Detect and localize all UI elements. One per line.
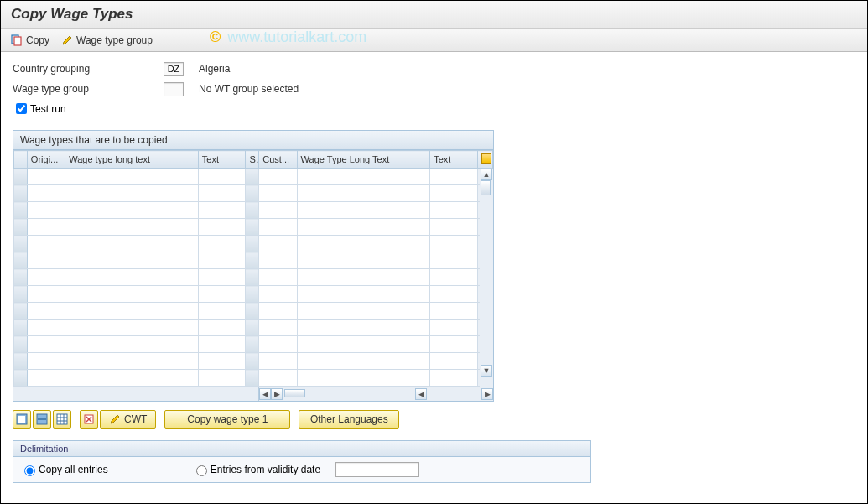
cell-text-2[interactable] (430, 202, 478, 219)
cell-cust[interactable] (259, 303, 297, 320)
cell-origi[interactable] (27, 219, 65, 236)
cell-s[interactable] (246, 236, 259, 252)
cell-long-text[interactable] (65, 303, 199, 320)
test-run-checkbox[interactable] (16, 103, 27, 114)
from-date-radio-input[interactable] (196, 465, 207, 476)
table-row[interactable] (14, 252, 493, 269)
row-selector[interactable] (14, 370, 28, 387)
cell-cust[interactable] (259, 336, 297, 353)
cell-origi[interactable] (27, 236, 65, 252)
cell-origi[interactable] (27, 370, 65, 387)
cell-text[interactable] (198, 269, 246, 286)
cell-long-text-2[interactable] (297, 336, 430, 353)
cell-text[interactable] (198, 219, 246, 236)
delete-button[interactable] (80, 410, 98, 429)
cwt-button[interactable]: CWT (100, 410, 156, 429)
row-selector[interactable] (14, 320, 28, 336)
col-text-2[interactable]: Text (430, 151, 478, 169)
cell-cust[interactable] (259, 370, 297, 387)
cell-text-2[interactable] (430, 370, 478, 387)
cell-s[interactable] (246, 252, 259, 269)
row-selector[interactable] (14, 185, 28, 202)
cell-long-text-2[interactable] (297, 202, 430, 219)
cell-s[interactable] (246, 269, 259, 286)
cell-origi[interactable] (27, 269, 65, 286)
cell-long-text[interactable] (65, 286, 199, 303)
col-config[interactable] (477, 151, 492, 169)
table-row[interactable] (14, 353, 493, 370)
cell-s[interactable] (246, 353, 259, 370)
cell-long-text[interactable] (65, 236, 199, 252)
cell-origi[interactable] (27, 336, 65, 353)
copy-all-entries-radio[interactable]: Copy all entries (20, 463, 108, 476)
cell-origi[interactable] (27, 252, 65, 269)
table-row[interactable] (14, 236, 493, 252)
cell-origi[interactable] (27, 286, 65, 303)
cell-long-text[interactable] (65, 336, 199, 353)
row-selector[interactable] (14, 286, 28, 303)
cell-origi[interactable] (27, 169, 65, 185)
validity-date-input[interactable] (335, 462, 419, 477)
row-selector[interactable] (14, 169, 28, 185)
cell-long-text-2[interactable] (297, 236, 430, 252)
cell-text[interactable] (198, 336, 246, 353)
cell-text-2[interactable] (430, 336, 478, 353)
table-row[interactable] (14, 303, 493, 320)
table-row[interactable] (14, 202, 493, 219)
row-selector[interactable] (14, 303, 28, 320)
cell-text[interactable] (198, 185, 246, 202)
cell-text-2[interactable] (430, 169, 478, 185)
cell-long-text[interactable] (65, 370, 199, 387)
country-grouping-input[interactable] (164, 62, 184, 76)
cell-text-2[interactable] (430, 320, 478, 336)
copy-all-radio-input[interactable] (24, 465, 35, 476)
hscroll-thumb[interactable] (284, 389, 305, 397)
col-wage-type-long-text[interactable]: Wage type long text (65, 151, 199, 169)
table-row[interactable] (14, 286, 493, 303)
vertical-scrollbar[interactable]: ▲ ▼ (480, 169, 493, 387)
deselect-all-button[interactable] (33, 410, 51, 429)
row-selector[interactable] (14, 269, 28, 286)
cell-long-text-2[interactable] (297, 370, 430, 387)
cell-long-text-2[interactable] (297, 320, 430, 336)
row-selector[interactable] (14, 353, 28, 370)
cell-text[interactable] (198, 169, 246, 185)
wage-type-group-button[interactable]: Wage type group (61, 34, 153, 46)
cell-long-text[interactable] (65, 219, 199, 236)
select-all-button[interactable] (13, 410, 31, 429)
cell-s[interactable] (246, 303, 259, 320)
cell-s[interactable] (246, 169, 259, 185)
cell-cust[interactable] (259, 169, 297, 185)
scroll-thumb[interactable] (481, 180, 491, 195)
cell-long-text[interactable] (65, 252, 199, 269)
wage-type-group-input[interactable] (164, 82, 184, 96)
cell-long-text[interactable] (65, 320, 199, 336)
row-selector[interactable] (14, 252, 28, 269)
col-origi[interactable]: Origi... (27, 151, 65, 169)
cell-s[interactable] (246, 320, 259, 336)
row-selector[interactable] (14, 236, 28, 252)
cell-origi[interactable] (27, 353, 65, 370)
cell-long-text-2[interactable] (297, 303, 430, 320)
cell-long-text-2[interactable] (297, 286, 430, 303)
scroll-right-arrow[interactable]: ▶ (271, 388, 283, 400)
cell-s[interactable] (246, 370, 259, 387)
cell-text-2[interactable] (430, 236, 478, 252)
cell-text[interactable] (198, 303, 246, 320)
col-wage-type-long-text-2[interactable]: Wage Type Long Text (297, 151, 430, 169)
cell-long-text-2[interactable] (297, 219, 430, 236)
cell-text-2[interactable] (430, 303, 478, 320)
cell-long-text-2[interactable] (297, 269, 430, 286)
cell-long-text-2[interactable] (297, 185, 430, 202)
table-row[interactable] (14, 169, 493, 185)
cell-text[interactable] (198, 370, 246, 387)
col-text[interactable]: Text (198, 151, 246, 169)
table-row[interactable] (14, 269, 493, 286)
cell-s[interactable] (246, 286, 259, 303)
cell-origi[interactable] (27, 320, 65, 336)
cell-cust[interactable] (259, 185, 297, 202)
cell-origi[interactable] (27, 185, 65, 202)
table-row[interactable] (14, 219, 493, 236)
cell-text[interactable] (198, 286, 246, 303)
cell-text[interactable] (198, 353, 246, 370)
